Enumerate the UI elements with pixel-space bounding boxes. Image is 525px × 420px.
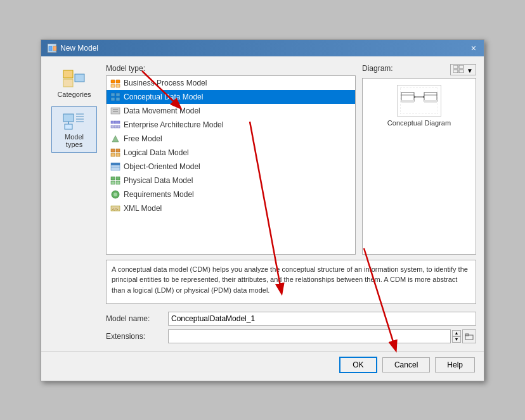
req-icon	[110, 189, 120, 200]
list-item-eam[interactable]: Enterprise Architecture Model	[107, 118, 355, 132]
main-content: Model type:	[106, 64, 476, 343]
svg-rect-45	[459, 65, 463, 68]
list-item-req-label: Requirements Model	[124, 190, 194, 199]
diagram-label: Diagram:	[362, 64, 393, 73]
form-area: Model name: Extensions: ▲ ▼	[106, 309, 476, 343]
panels-row: Model type:	[106, 64, 476, 255]
model-types-label: Model types	[56, 133, 93, 148]
list-item-oom-label: Object-Oriented Model	[124, 162, 200, 171]
svg-rect-24	[114, 121, 117, 124]
list-item-free-label: Free Model	[124, 134, 162, 143]
model-type-list[interactable]: Business Process Model	[106, 75, 356, 255]
svg-rect-29	[111, 149, 115, 152]
list-item-req[interactable]: Requirements Model	[107, 188, 355, 201]
svg-rect-20	[111, 108, 120, 114]
svg-rect-17	[116, 93, 120, 96]
svg-rect-14	[111, 84, 115, 87]
oom-icon	[110, 162, 120, 172]
extensions-browse-button[interactable]	[462, 329, 476, 343]
dialog-footer: OK Cancel Help	[41, 351, 484, 381]
dialog-body: Categories Model ty	[41, 56, 484, 351]
spin-up-button[interactable]: ▲	[452, 330, 461, 336]
help-button[interactable]: Help	[435, 357, 475, 372]
diagram-panel: Diagram: ▼	[362, 64, 476, 255]
svg-rect-39	[116, 181, 120, 184]
svg-rect-30	[116, 149, 120, 152]
list-item-xml[interactable]: </> XML Model	[107, 201, 355, 215]
free-icon	[110, 134, 120, 144]
svg-rect-46	[453, 70, 458, 73]
svg-rect-5	[63, 114, 74, 122]
list-item-pdm-label: Physical Data Model	[124, 176, 193, 185]
extensions-input[interactable]	[168, 329, 451, 343]
model-types-icon	[62, 111, 87, 131]
svg-rect-25	[117, 121, 120, 124]
svg-point-41	[113, 193, 117, 196]
svg-rect-37	[116, 177, 120, 180]
svg-rect-7	[65, 124, 72, 129]
categories-icon	[62, 68, 87, 89]
svg-rect-1	[53, 46, 56, 51]
dialog-icon	[48, 44, 56, 53]
categories-button[interactable]: Categories	[51, 64, 97, 103]
model-name-input[interactable]	[168, 312, 476, 326]
list-item-oom[interactable]: Object-Oriented Model	[107, 160, 355, 174]
svg-rect-28	[117, 125, 120, 128]
list-item-free[interactable]: Free Model	[107, 132, 355, 146]
extensions-spinner[interactable]: ▲ ▼	[452, 330, 461, 343]
diagram-view-button[interactable]: ▼	[450, 64, 476, 75]
list-item-dmm[interactable]: Data Movement Model	[107, 104, 355, 118]
close-button[interactable]: ×	[470, 44, 477, 53]
svg-rect-23	[111, 121, 113, 124]
svg-rect-51	[424, 92, 437, 101]
eam-icon	[110, 120, 120, 130]
diagram-conceptual-label: Conceptual Diagram	[387, 119, 451, 127]
svg-rect-19	[116, 98, 120, 101]
svg-rect-50	[401, 100, 414, 103]
diagram-list-area: Conceptual Diagram	[362, 78, 476, 255]
svg-rect-34	[111, 163, 120, 165]
list-item-bpm-label: Business Process Model	[124, 79, 207, 87]
model-types-button[interactable]: Model types	[51, 106, 97, 153]
list-item-cdm[interactable]: Conceptual Data Model	[107, 90, 355, 104]
diagram-item-conceptual[interactable]: Conceptual Diagram	[387, 85, 451, 127]
svg-rect-3	[63, 79, 73, 87]
list-item-bpm[interactable]: Business Process Model	[107, 76, 355, 90]
list-item-xml-label: XML Model	[124, 204, 162, 213]
model-type-panel: Model type:	[106, 64, 356, 255]
categories-label: Categories	[57, 91, 91, 98]
svg-rect-16	[111, 93, 115, 96]
diagram-thumb-conceptual	[397, 85, 441, 117]
new-model-dialog: New Model × Categories	[41, 39, 484, 381]
list-item-ldm[interactable]: Logical Data Model	[107, 146, 355, 160]
svg-text:</>: </>	[112, 207, 118, 211]
svg-rect-4	[75, 74, 84, 82]
svg-rect-32	[116, 153, 120, 156]
cdm-icon	[110, 92, 120, 102]
svg-rect-27	[114, 125, 117, 128]
list-item-pdm[interactable]: Physical Data Model	[107, 174, 355, 188]
pdm-icon	[110, 175, 120, 186]
svg-rect-53	[424, 100, 437, 103]
svg-rect-31	[111, 153, 115, 156]
dialog-title: New Model	[60, 44, 98, 53]
svg-rect-38	[111, 181, 115, 184]
model-name-label: Model name:	[106, 314, 163, 323]
svg-rect-48	[401, 92, 414, 101]
title-bar: New Model ×	[41, 40, 484, 56]
ok-button[interactable]: OK	[339, 357, 377, 373]
svg-rect-15	[116, 84, 120, 87]
list-item-eam-label: Enterprise Architecture Model	[124, 120, 223, 129]
svg-rect-44	[453, 65, 458, 68]
dmm-icon	[110, 106, 120, 116]
list-item-cdm-label: Conceptual Data Model	[124, 92, 203, 101]
svg-rect-13	[116, 80, 120, 83]
svg-rect-18	[111, 98, 115, 101]
dialog-wrapper: New Model × Categories	[41, 39, 484, 381]
left-panel: Categories Model ty	[49, 64, 100, 343]
cancel-button[interactable]: Cancel	[382, 357, 430, 372]
svg-rect-12	[111, 80, 115, 83]
description-box: A conceptual data model (CDM) helps you …	[106, 260, 476, 304]
spin-down-button[interactable]: ▼	[452, 336, 461, 343]
model-type-label: Model type:	[106, 64, 356, 73]
